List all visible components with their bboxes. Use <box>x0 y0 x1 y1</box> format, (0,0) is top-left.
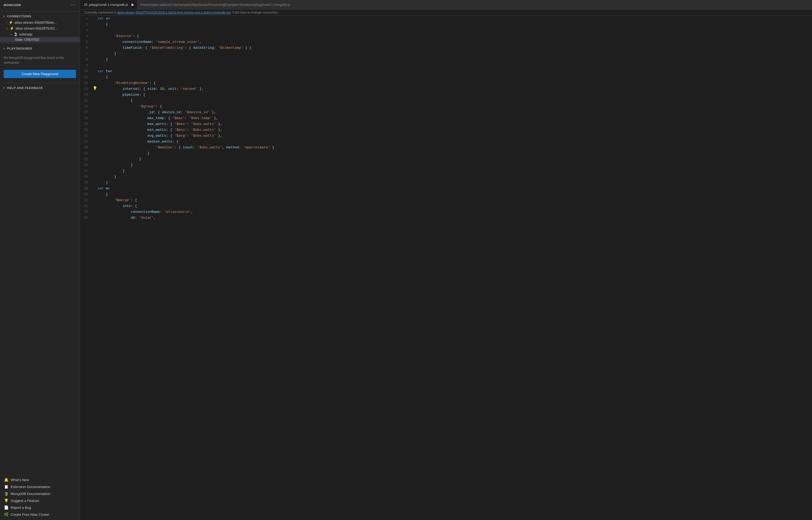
connections-section-header[interactable]: ▼ CONNECTIONS <box>0 12 80 20</box>
code-line-31: 31 { <box>80 191 812 198</box>
code-line-33: 33 into: { <box>80 203 812 209</box>
divider-help <box>0 83 80 83</box>
connection-bar-text2: . Click here to change connection. <box>231 11 279 15</box>
line-num-28: 28 <box>80 174 92 180</box>
code-content-2: { <box>98 22 812 27</box>
line-num-22: 22 <box>80 139 92 145</box>
report-bug-icon: 📄 <box>4 505 8 510</box>
code-content-23: '$median': { input: '$obs.watts', method… <box>98 145 812 151</box>
code-content-32: '$merge': { <box>98 198 812 203</box>
help-item-whats-new[interactable]: 🔔 What's New <box>0 476 80 483</box>
playgrounds-chevron-icon: ▼ <box>3 47 6 50</box>
extension-docs-label: Extension Documentation <box>11 485 50 489</box>
playgrounds-section-header[interactable]: ▼ PLAYGROUNDS <box>0 45 80 52</box>
code-content-4: '$source': { <box>98 33 812 39</box>
sidebar: MONGODB ··· ▼ CONNECTIONS › ⚡ atlas-stre… <box>0 0 80 520</box>
code-line-14: 14 pipeline: [ <box>80 92 812 98</box>
connection-item-2[interactable]: ∨ ⚡ atlas-stream-65d1ff75c52... <box>0 25 80 31</box>
code-line-10: 10 var tw= <box>80 69 812 74</box>
code-content-29: } <box>98 180 812 186</box>
playgrounds-empty-message: No MongoDB playground files found in the… <box>0 52 80 68</box>
line-num-27: 27 <box>80 168 92 174</box>
divider-top <box>0 11 80 11</box>
code-line-3: 3 <box>80 27 812 33</box>
line-num-4: 4 <box>80 33 92 39</box>
line-num-26: 26 <box>80 162 92 168</box>
solarspp-chevron-icon: ∨ <box>10 33 12 36</box>
tab-bar: JS playground-1.mongodb.js /Users/robert… <box>80 0 812 9</box>
line-num-9: 9 <box>80 62 92 69</box>
code-line-18: 18 max_temp: { '$max': '$obs.temp' }, <box>80 115 812 121</box>
help-item-extension-docs[interactable]: 📋 Extension Documentation <box>0 483 80 490</box>
whats-new-label: What's New <box>11 478 29 482</box>
code-content-26: } <box>98 162 812 168</box>
code-content-13: interval: { size: 10, unit: 'second' }, <box>98 86 812 92</box>
connection-bar-text: Currently connected to <box>84 11 117 15</box>
editor-tab[interactable]: JS playground-1.mongodb.js <box>80 0 137 9</box>
code-content-27: ] <box>98 168 812 174</box>
code-line-20: 20 min_watts: { '$min': '$obs.watts' }, <box>80 127 812 133</box>
line-num-1: 1 <box>80 16 92 22</box>
code-content-19: max_watts: { '$max': '$obs.watts' }, <box>98 121 812 127</box>
report-bug-label: Report a Bug <box>11 505 31 510</box>
connection-link[interactable]: atlas-stream-65d1ff75c5235c503c118e5a-lk… <box>117 11 231 15</box>
code-content-28: } <box>98 174 812 180</box>
state-label: State: CREATED <box>14 38 39 42</box>
create-playground-button[interactable]: Create New Playground <box>4 70 76 78</box>
line-num-12: 12 <box>80 80 92 86</box>
help-item-mongodb-docs[interactable]: 🍃 MongoDB Documentation <box>0 490 80 497</box>
code-content-15: { <box>98 98 812 104</box>
line-num-25: 25 <box>80 156 92 162</box>
mongodb-docs-label: MongoDB Documentation <box>11 492 50 496</box>
line-num-29: 29 <box>80 180 92 186</box>
solarspp-label: solarspp <box>19 32 32 36</box>
code-line-22: 22 median_watts: { <box>80 139 812 145</box>
code-line-12: 12 '$tumblingWindow': { <box>80 80 812 86</box>
line-num-19: 19 <box>80 121 92 127</box>
help-item-free-cluster[interactable]: 🌿 Create Free Atlas Cluster <box>0 511 80 518</box>
help-chevron-icon: ▼ <box>3 86 6 89</box>
line-num-16: 16 <box>80 104 92 109</box>
help-section-header[interactable]: ▼ HELP AND FEEDBACK <box>0 84 80 91</box>
sub-connection-item[interactable]: ∨ 🍃 solarspp <box>0 31 80 37</box>
connection2-lightning-icon: ⚡ <box>9 26 14 30</box>
free-cluster-label: Create Free Atlas Cluster <box>11 513 50 517</box>
line-num-11: 11 <box>80 74 92 80</box>
line-num-21: 21 <box>80 133 92 139</box>
line-num-6: 6 <box>80 45 92 51</box>
code-line-8: 8 } <box>80 57 812 62</box>
code-content-8: } <box>98 57 812 62</box>
connections-chevron-icon: ▼ <box>3 15 6 18</box>
state-item[interactable]: State: CREATED <box>0 37 80 42</box>
solarspp-leaf-icon: 🍃 <box>13 32 18 36</box>
line-num-34: 34 <box>80 209 92 215</box>
code-content-20: min_watts: { '$min': '$obs.watts' }, <box>98 127 812 133</box>
code-line-25: 25 } <box>80 156 812 162</box>
code-content-33: into: { <box>98 203 812 209</box>
line-num-35: 35 <box>80 215 92 221</box>
connection-item-1[interactable]: › ⚡ atlas-stream-65b9079bde... <box>0 20 80 25</box>
help-item-suggest-feature[interactable]: 💡 Suggest a Feature <box>0 497 80 504</box>
app-title-bar: MONGODB ··· <box>0 0 80 10</box>
line-num-17: 17 <box>80 109 92 115</box>
code-line-27: 27 ] <box>80 168 812 174</box>
app-menu-button[interactable]: ··· <box>71 3 76 7</box>
code-line-2: 2 { <box>80 22 812 27</box>
code-editor[interactable]: 1 var s= 2 { 3 4 '$source': { 5 <box>80 16 812 520</box>
line-num-3: 3 <box>80 27 92 33</box>
line-num-30: 30 <box>80 186 92 191</box>
code-content-10: var tw= <box>98 69 812 74</box>
code-line-6: 6 timeField: { '$dateFromString': { date… <box>80 45 812 51</box>
code-line-1: 1 var s= <box>80 16 812 22</box>
editor-area: JS playground-1.mongodb.js /Users/robert… <box>80 0 812 520</box>
suggest-feature-icon: 💡 <box>4 498 8 503</box>
line-num-31: 31 <box>80 191 92 198</box>
help-item-report-bug[interactable]: 📄 Report a Bug <box>0 504 80 511</box>
bulb-icon[interactable]: 💡 <box>93 86 97 90</box>
code-content-25: } <box>98 156 812 162</box>
code-content-11: { <box>98 74 812 80</box>
connection1-lightning-icon: ⚡ <box>8 20 13 25</box>
code-line-4: 4 '$source': { <box>80 33 812 39</box>
code-line-15: 15 { <box>80 98 812 104</box>
whats-new-icon: 🔔 <box>4 478 8 482</box>
